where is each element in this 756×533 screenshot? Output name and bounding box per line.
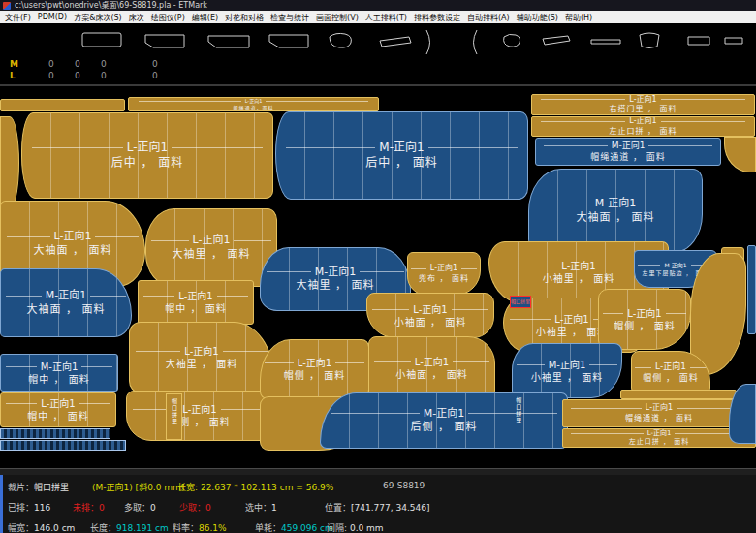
pattern-piece[interactable]: L-正向1小袖面 ， 面料 xyxy=(366,293,494,338)
pattern-piece[interactable]: L-正向1大袖里 ， 面料 xyxy=(129,322,274,392)
status-field-value: [741.777, 34.546] xyxy=(351,503,429,513)
pattern-thumbnail-icon[interactable] xyxy=(640,33,659,48)
pattern-piece[interactable]: L-正向1左止口拼 ， 面料 xyxy=(531,116,755,137)
pattern-thumbnail-icon[interactable] xyxy=(591,40,620,44)
pattern-piece[interactable]: M-正向1帽绳通道 ， 面料 xyxy=(535,138,721,166)
menu-item-1[interactable]: 文件(F) xyxy=(5,12,31,22)
pattern-piece[interactable]: M-正向1大袖面 ， 面料 xyxy=(0,268,132,337)
pattern-piece[interactable]: L-正向1大袖里 ， 面料 xyxy=(145,208,277,287)
piece-size-label: L-正向1 xyxy=(629,116,656,126)
status-field-label: 已排： xyxy=(8,503,34,513)
status-field-label: 裁片： xyxy=(8,483,34,492)
status-field-label: 料率： xyxy=(173,523,199,533)
piece-size-label: L-正向1 xyxy=(54,230,92,243)
piece-size-label: L-正向1 xyxy=(430,264,457,273)
piece-size-label: L-正向1 xyxy=(184,345,218,358)
menu-item-8[interactable]: 检查与统计 xyxy=(270,12,309,22)
pattern-thumbnail-icon[interactable] xyxy=(504,34,520,47)
status-field: 长宽: 22.637 * 102.113 cm = 56.9% xyxy=(177,481,333,493)
pattern-thumbnail-icon[interactable] xyxy=(725,38,742,44)
menu-item-13[interactable]: 辅助功能(S) xyxy=(517,12,558,22)
pattern-thumbnail-icon[interactable] xyxy=(330,33,351,47)
pattern-piece[interactable] xyxy=(747,245,756,334)
status-field-value: 86.1% xyxy=(199,523,227,533)
status-field: 幅宽：146.0 cm xyxy=(8,521,75,533)
size-row-label[interactable]: M xyxy=(10,59,18,70)
status-field-label: 位置： xyxy=(325,503,351,513)
menu-item-10[interactable]: 人工排料(T) xyxy=(365,12,407,22)
menu-item-2[interactable]: PDM(D) xyxy=(38,13,67,21)
menu-item-6[interactable]: 编辑(E) xyxy=(192,12,218,22)
menu-item-3[interactable]: 方案&床次(S) xyxy=(74,12,122,22)
pattern-piece[interactable] xyxy=(0,99,125,111)
status-field-value: 1 xyxy=(271,503,277,513)
piece-name-label: 帽绳通道，面料 xyxy=(233,105,273,111)
pattern-piece[interactable]: M-正向1小袖里 ， 面料 xyxy=(512,343,622,398)
pattern-thumbnail-icon[interactable] xyxy=(426,30,430,54)
piece-name-label: 大袖里 ， 面料 xyxy=(297,279,375,293)
status-field: 69-S8819 xyxy=(383,481,425,490)
pattern-piece[interactable]: L-正向1后侧 ， 面料 xyxy=(126,391,273,441)
piece-name-label: 兜布 ， 面料 xyxy=(419,274,469,284)
pattern-piece[interactable]: L-正向1帽侧 ， 面料 xyxy=(260,339,369,399)
piece-name-label: 大袖面 ， 面料 xyxy=(577,211,655,225)
pattern-piece[interactable]: 帽口拼里 xyxy=(166,393,182,440)
pattern-piece[interactable]: L-正向1左止口拼 ， 面料 xyxy=(562,428,756,448)
status-field-value: 0 xyxy=(205,503,211,513)
pattern-piece[interactable]: L-正向1帽中 ， 面料 xyxy=(0,392,116,427)
pattern-piece[interactable]: L-正向1帽中 ， 面料 xyxy=(138,280,254,325)
piece-size-label: L-正向1 xyxy=(178,290,212,302)
piece-size-label: L-正向1 xyxy=(413,303,447,316)
pattern-thumbnail-icon[interactable] xyxy=(543,36,570,45)
pattern-piece[interactable] xyxy=(0,428,110,439)
menu-item-5[interactable]: 绘图仪(P) xyxy=(151,12,185,22)
status-field-value: 918.191 cm xyxy=(116,523,169,533)
pattern-piece[interactable]: M-正向1帽中 ， 面料 xyxy=(0,354,118,392)
pattern-piece[interactable] xyxy=(0,116,19,209)
pattern-thumbnail-icon[interactable] xyxy=(208,36,249,47)
status-field: 已排：116 xyxy=(8,501,50,514)
status-field: 少取：0 xyxy=(179,501,211,514)
pattern-piece[interactable]: L-正向1帽绳通道，面料 xyxy=(128,97,379,111)
piece-name-label: 小袖里 ， 面料 xyxy=(543,272,614,285)
pattern-thumbnail-icon[interactable] xyxy=(269,35,308,47)
pattern-piece[interactable]: L-正向1右搭门里 ， 面料 xyxy=(531,94,755,115)
status-field: 单耗：459.096 cm xyxy=(255,521,333,533)
pattern-piece[interactable]: L-正向1兜布 ， 面料 xyxy=(407,252,481,296)
pattern-piece[interactable] xyxy=(724,137,756,172)
pattern-thumbnail-icon[interactable] xyxy=(474,30,478,54)
piece-count: 0 xyxy=(48,59,54,70)
piece-count: 0 xyxy=(75,71,80,81)
piece-vertical-label: 帽口拼里 xyxy=(515,397,522,424)
pattern-piece[interactable]: L-正向1帽侧 ， 面料 xyxy=(598,289,691,350)
menu-item-7[interactable]: 对花和对格 xyxy=(225,12,264,22)
piece-size-label: M-正向1 xyxy=(424,407,464,421)
pattern-piece[interactable] xyxy=(0,440,126,451)
menu-item-11[interactable]: 排料参数设定 xyxy=(414,12,460,22)
menu-item-14[interactable]: 帮助(H) xyxy=(565,12,592,22)
piece-name-label: 后中 ， 面料 xyxy=(365,156,438,172)
pattern-piece[interactable]: M-正向1大袖面 ， 面料 xyxy=(528,169,703,253)
pattern-piece[interactable]: L-正向1帽绳通道 ， 面料 xyxy=(562,399,756,427)
piece-name-label: 帽绳通道 ， 面料 xyxy=(625,414,693,423)
nesting-canvas[interactable]: L-正向1帽绳通道，面料L-正向1右搭门里 ， 面料L-正向1左止口拼 ， 面料… xyxy=(0,86,756,468)
status-field-label: 单耗： xyxy=(255,523,281,533)
size-row-label[interactable]: L xyxy=(10,71,16,81)
pattern-piece[interactable] xyxy=(620,390,737,399)
pattern-piece[interactable]: L-正向1后中 ， 面料 xyxy=(21,112,273,199)
pattern-piece[interactable]: L-正向1小袖面 ， 面料 xyxy=(368,336,495,400)
piece-name-label: 大袖里 ， 面料 xyxy=(173,248,251,262)
piece-size-label: M-正向1 xyxy=(315,266,356,279)
pattern-piece[interactable]: M-正向1后侧 ， 面料帽口拼里 xyxy=(320,392,568,449)
piece-size-label: L-正向1 xyxy=(41,397,75,410)
pattern-piece[interactable]: M-正向1后中 ， 面料 xyxy=(275,111,528,200)
pattern-thumbnail-icon[interactable] xyxy=(688,37,709,45)
pattern-piece-selected[interactable]: 帽口拼里 xyxy=(510,296,531,308)
menu-item-9[interactable]: 画面控制(V) xyxy=(316,12,359,22)
piece-size-label: L-正向1 xyxy=(647,429,672,438)
menu-item-4[interactable]: 床次 xyxy=(129,12,144,22)
pattern-thumbnail-icon[interactable] xyxy=(145,35,184,47)
pattern-thumbnail-icon[interactable] xyxy=(380,37,411,47)
menu-item-12[interactable]: 自动排料(A) xyxy=(467,12,510,22)
pattern-thumbnail-icon[interactable] xyxy=(82,33,121,47)
